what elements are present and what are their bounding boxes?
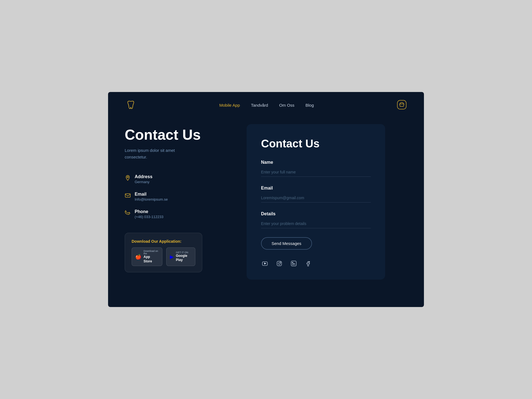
page-subtitle: Lorem ipsum dolor sit amet consectetur. [125, 147, 197, 160]
form-group-details: Details [261, 211, 371, 228]
contact-email: Email Info@loremipsum.se [125, 192, 230, 201]
email-input[interactable] [261, 193, 371, 203]
googleplay-text: GET IT ON Google Play [176, 251, 192, 262]
nav-link-tandvard[interactable]: Tandvård [251, 103, 268, 108]
location-icon [125, 175, 131, 181]
svg-point-6 [278, 262, 280, 264]
navbar: Mobile App Tandvård Om Oss Blog [108, 92, 424, 119]
address-value: Germany [135, 180, 152, 184]
nav-link-mobile-app[interactable]: Mobile App [219, 103, 240, 108]
nav-link-blog[interactable]: Blog [305, 103, 314, 108]
instagram-icon[interactable] [275, 260, 283, 267]
appstore-button[interactable]: 🍎 Download on the App Store [132, 247, 162, 266]
apple-icon: 🍎 [135, 254, 141, 260]
appstore-text: Download on the App Store [144, 250, 159, 264]
nav-item-om-oss[interactable]: Om Oss [279, 103, 294, 108]
nav-item-mobile-app[interactable]: Mobile App [219, 103, 240, 108]
svg-rect-2 [125, 194, 130, 197]
googleplay-button[interactable]: ▶ GET IT ON Google Play [166, 247, 195, 266]
send-button[interactable]: Send Messages [261, 237, 312, 250]
form-card: Contact Us Name Email Details Send [247, 124, 385, 280]
right-panel: Contact Us Name Email Details Send [247, 124, 407, 290]
details-input[interactable] [261, 219, 371, 228]
main-content: Contact Us Lorem ipsum dolor sit amet co… [108, 119, 424, 307]
email-content: Email Info@loremipsum.se [135, 192, 168, 201]
nav-links: Mobile App Tandvård Om Oss Blog [219, 103, 314, 108]
download-section: Download Our Application: 🍎 Download on … [125, 233, 202, 272]
logo[interactable] [125, 99, 137, 112]
svg-rect-0 [397, 100, 406, 109]
name-input[interactable] [261, 168, 371, 177]
play-icon: ▶ [170, 254, 174, 260]
svg-rect-5 [277, 261, 282, 266]
googleplay-line2: Google Play [176, 254, 192, 262]
form-group-name: Name [261, 160, 371, 177]
svg-marker-4 [264, 263, 266, 264]
address-label: Address [135, 174, 152, 179]
email-icon [125, 192, 131, 198]
svg-point-9 [292, 262, 293, 263]
nav-item-tandvard[interactable]: Tandvård [251, 103, 268, 108]
form-title: Contact Us [261, 137, 371, 150]
store-buttons: 🍎 Download on the App Store ▶ GET IT ON … [132, 247, 195, 266]
form-group-email: Email [261, 186, 371, 203]
page-title: Contact Us [125, 127, 230, 143]
contact-address: Address Germany [125, 174, 230, 184]
address-content: Address Germany [135, 174, 152, 184]
appstore-line2: App Store [144, 255, 159, 264]
email-value: Info@loremipsum.se [135, 197, 168, 201]
svg-point-7 [280, 262, 281, 263]
phone-content: Phone (+46) 033-112233 [135, 209, 163, 219]
details-label: Details [261, 211, 371, 216]
phone-label: Phone [135, 209, 163, 214]
download-title: Download Our Application: [132, 239, 195, 244]
nav-item-blog[interactable]: Blog [305, 103, 314, 108]
phone-value: (+46) 033-112233 [135, 215, 163, 219]
social-links [261, 260, 371, 267]
linkedin-icon[interactable] [290, 260, 298, 267]
appstore-line1: Download on the [144, 250, 159, 255]
phone-icon [125, 210, 131, 216]
contact-info: Address Germany Email Info@loremipsu [125, 174, 230, 219]
page-wrapper: Mobile App Tandvård Om Oss Blog Contac [108, 92, 424, 307]
email-field-label: Email [261, 186, 371, 191]
googleplay-line1: GET IT ON [176, 251, 192, 254]
nav-link-om-oss[interactable]: Om Oss [279, 103, 294, 108]
facebook-icon[interactable] [304, 260, 312, 267]
name-label: Name [261, 160, 371, 165]
email-label: Email [135, 192, 168, 197]
cart-icon[interactable] [396, 99, 407, 111]
contact-phone: Phone (+46) 033-112233 [125, 209, 230, 219]
left-panel: Contact Us Lorem ipsum dolor sit amet co… [125, 124, 230, 290]
youtube-icon[interactable] [261, 260, 269, 267]
svg-point-1 [127, 177, 129, 178]
